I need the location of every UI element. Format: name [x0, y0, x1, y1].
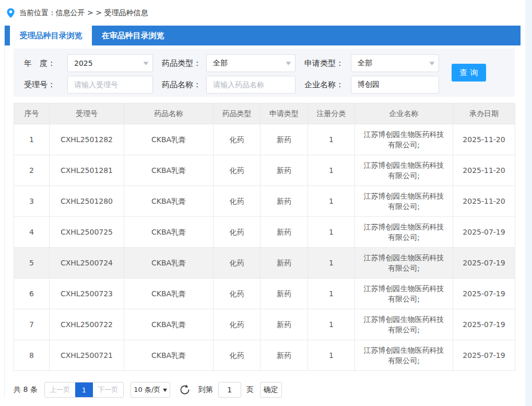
- table-cell: CKBA乳膏: [124, 217, 214, 248]
- table-cell: 1: [308, 340, 355, 371]
- pagination-bar: 共 8 条 上一页 1 下一页 10 条/页 ▼ 到第 页 确定: [14, 382, 521, 398]
- goto-page-input[interactable]: [218, 382, 241, 398]
- current-page-button[interactable]: 1: [75, 382, 93, 397]
- table-cell: 化药: [214, 124, 261, 155]
- table-row[interactable]: 3CXHL2501280CKBA乳膏化药新药1江苏博创园生物医药科技有限公司;2…: [14, 186, 515, 217]
- table-cell: CKBA乳膏: [124, 340, 214, 371]
- table-cell: 江苏博创园生物医药科技有限公司;: [355, 155, 453, 186]
- table-cell: 1: [308, 309, 355, 340]
- table-cell: 江苏博创园生物医药科技有限公司;: [355, 186, 453, 217]
- table-cell: 2025-11-20: [453, 155, 515, 186]
- goto-page-label: 到第: [198, 385, 213, 395]
- accept-no-input[interactable]: [67, 76, 153, 94]
- table-cell: 新药: [261, 309, 308, 340]
- filter-panel: 年 度： 2025 ▼ 药品类型： 全部 ▼ 申请类型： 全部 ▼ 受理号：: [14, 49, 515, 97]
- year-select-value: 2025: [74, 59, 93, 67]
- filter-row-1: 年 度： 2025 ▼ 药品类型： 全部 ▼ 申请类型： 全部 ▼: [14, 54, 515, 72]
- table-cell: CXHL2500723: [50, 279, 124, 309]
- table-row[interactable]: 4CXHL2500725CKBA乳膏化药新药1江苏博创园生物医药科技有限公司;2…: [14, 217, 515, 248]
- chevron-down-icon: ▼: [286, 61, 291, 66]
- tab-under-review-catalog[interactable]: 在审品种目录浏览: [92, 26, 174, 45]
- table-cell: 5: [14, 248, 50, 279]
- table-cell: 化药: [214, 217, 261, 248]
- year-select[interactable]: 2025 ▼: [67, 54, 153, 72]
- breadcrumb-text: 当前位置 : 信息公开 > > 受理品种信息: [19, 8, 148, 18]
- drug-name-input[interactable]: [206, 76, 295, 94]
- table-cell: CXHL2501280: [50, 186, 124, 217]
- table-cell: 1: [308, 186, 355, 217]
- table-cell: CXHL2500721: [50, 340, 124, 371]
- table-cell: 化药: [214, 279, 261, 309]
- company-name-label: 企业名称：: [295, 80, 344, 90]
- drug-type-label: 药品类型：: [153, 59, 201, 68]
- company-name-input[interactable]: [351, 76, 439, 94]
- total-count: 共 8 条: [14, 385, 38, 395]
- table-cell: 化药: [214, 155, 261, 186]
- table-cell: 2025-07-19: [453, 340, 515, 371]
- accept-no-label: 受理号：: [14, 80, 55, 90]
- table-header-cell: 注册分类: [308, 103, 355, 124]
- table-header-cell: 申请类型: [261, 103, 308, 124]
- filter-row-2: 受理号： 药品名称： 企业名称：: [14, 76, 515, 94]
- table-cell: 1: [308, 248, 355, 279]
- per-page-select[interactable]: 10 条/页 ▼: [131, 382, 170, 398]
- next-page-button[interactable]: 下一页: [93, 382, 123, 397]
- table-cell: 8: [14, 340, 50, 371]
- table-cell: 新药: [261, 279, 308, 309]
- apply-type-select[interactable]: 全部 ▼: [351, 54, 439, 72]
- table-row[interactable]: 6CXHL2500723CKBA乳膏化药新药1江苏博创园生物医药科技有限公司;2…: [14, 279, 515, 309]
- tab-accepted-catalog[interactable]: 受理品种目录浏览: [10, 26, 92, 45]
- table-cell: CKBA乳膏: [124, 309, 214, 340]
- table-row[interactable]: 8CXHL2500721CKBA乳膏化药新药1江苏博创园生物医药科技有限公司;2…: [14, 340, 515, 371]
- chevron-down-icon: ▼: [430, 61, 435, 66]
- goto-page-unit: 页: [246, 385, 254, 395]
- table-cell: 6: [14, 279, 50, 309]
- search-button[interactable]: 查 询: [452, 64, 486, 82]
- table-cell: 2025-11-20: [453, 186, 515, 217]
- location-pin-icon: [6, 8, 15, 18]
- page: 当前位置 : 信息公开 > > 受理品种信息 受理品种目录浏览 在审品种目录浏览…: [0, 0, 532, 406]
- table-cell: CXHL2501281: [50, 155, 124, 186]
- confirm-button[interactable]: 确定: [260, 382, 282, 398]
- table-cell: CXHL2501282: [50, 124, 124, 155]
- table-header-cell: 受理号: [50, 103, 124, 124]
- content-container: 受理品种目录浏览 在审品种目录浏览 年 度： 2025 ▼ 药品类型： 全部 ▼…: [4, 26, 521, 398]
- table-cell: 2: [14, 155, 50, 186]
- table-cell: CXHL2500722: [50, 309, 124, 340]
- table-row[interactable]: 1CXHL2501282CKBA乳膏化药新药1江苏博创园生物医药科技有限公司;2…: [14, 124, 515, 155]
- table-row[interactable]: 7CXHL2500722CKBA乳膏化药新药1江苏博创园生物医药科技有限公司;2…: [14, 309, 515, 340]
- table-cell: 4: [14, 217, 50, 248]
- table-cell: 1: [308, 124, 355, 155]
- drug-type-select[interactable]: 全部 ▼: [206, 54, 295, 72]
- table-cell: 化药: [214, 186, 261, 217]
- table-header-cell: 承办日期: [453, 103, 515, 124]
- table-row[interactable]: 5CXHL2500724CKBA乳膏化药新药1江苏博创园生物医药科技有限公司;2…: [14, 248, 515, 279]
- table-header-cell: 药品类型: [214, 103, 261, 124]
- table-cell: 江苏博创园生物医药科技有限公司;: [355, 248, 453, 279]
- table-cell: 化药: [214, 309, 261, 340]
- table-cell: 新药: [261, 186, 308, 217]
- refresh-icon[interactable]: [179, 384, 191, 396]
- table-cell: 2025-07-19: [453, 248, 515, 279]
- table-cell: 新药: [261, 248, 308, 279]
- results-table: 序号受理号药品名称药品类型申请类型注册分类企业名称承办日期 1CXHL25012…: [14, 103, 515, 371]
- table-cell: 3: [14, 186, 50, 217]
- table-body: 1CXHL2501282CKBA乳膏化药新药1江苏博创园生物医药科技有限公司;2…: [14, 124, 515, 371]
- table-cell: 江苏博创园生物医药科技有限公司;: [355, 279, 453, 309]
- chevron-down-icon: ▼: [144, 61, 149, 66]
- apply-type-select-value: 全部: [358, 59, 372, 68]
- results-table-wrap: 序号受理号药品名称药品类型申请类型注册分类企业名称承办日期 1CXHL25012…: [14, 103, 514, 371]
- table-cell: 江苏博创园生物医药科技有限公司;: [355, 309, 453, 340]
- table-header-cell: 企业名称: [355, 103, 453, 124]
- breadcrumb: 当前位置 : 信息公开 > > 受理品种信息: [0, 0, 532, 26]
- table-cell: CKBA乳膏: [124, 279, 214, 309]
- table-cell: 1: [308, 155, 355, 186]
- page-background-strip: [525, 0, 532, 406]
- table-cell: 新药: [261, 124, 308, 155]
- table-cell: CKBA乳膏: [124, 248, 214, 279]
- table-row[interactable]: 2CXHL2501281CKBA乳膏化药新药1江苏博创园生物医药科技有限公司;2…: [14, 155, 515, 186]
- table-header-cell: 药品名称: [124, 103, 214, 124]
- table-cell: 化药: [214, 248, 261, 279]
- apply-type-label: 申请类型：: [295, 59, 344, 68]
- prev-page-button[interactable]: 上一页: [45, 382, 75, 397]
